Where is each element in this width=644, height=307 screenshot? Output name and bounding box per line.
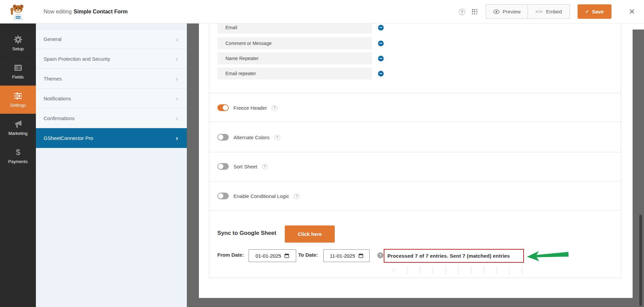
field-label: Comment or Message — [217, 37, 372, 49]
calendar-icon — [284, 253, 289, 258]
freeze-header-row: Freeze Header ? — [217, 104, 277, 112]
section-divider — [209, 181, 621, 182]
save-button[interactable]: ✓ Save — [578, 4, 611, 19]
settings-menu-item-notifications[interactable]: Notifications › — [36, 89, 187, 108]
svg-text:$: $ — [16, 148, 20, 157]
from-date-input[interactable]: 01-01-2025 — [249, 249, 296, 262]
to-date-value: 11-01-2025 — [330, 253, 355, 259]
settings-menu-item-general[interactable]: General › — [36, 29, 187, 49]
preview-label: Preview — [503, 9, 521, 14]
settings-menu: General › Spam Protection and Security ›… — [36, 23, 187, 307]
megaphone-icon — [14, 120, 22, 129]
section-divider — [209, 121, 621, 122]
nav-label: Settings — [10, 103, 26, 108]
chevron-right-icon: › — [176, 135, 178, 141]
field-label: Name Repeater — [217, 52, 372, 64]
eye-icon — [493, 9, 500, 14]
bear-mascot-icon — [9, 2, 27, 21]
embed-button[interactable]: </> Embed — [528, 4, 570, 19]
settings-menu-item-confirmations[interactable]: Confirmations › — [36, 108, 187, 128]
settings-menu-item-gsheetconnector-pro[interactable]: GSheetConnector Pro › — [36, 128, 187, 148]
nav-item-setup[interactable]: Setup — [0, 29, 36, 57]
field-label: Email — [217, 23, 372, 34]
from-date-value: 01-01-2025 — [256, 253, 281, 259]
menu-label: GSheetConnector Pro — [44, 135, 93, 141]
alternate-colors-row: Alternate Colors ? — [217, 133, 280, 141]
builder-nav-sidebar: Setup Fields — [0, 23, 36, 307]
remove-field-icon[interactable] — [378, 71, 384, 76]
preview-button[interactable]: Preview — [486, 4, 528, 19]
toggle-label: Alternate Colors — [233, 135, 270, 140]
nav-label: Payments — [8, 159, 28, 164]
page-title: Now editing Simple Contact Form — [44, 0, 128, 23]
nav-label: Marketing — [8, 131, 28, 136]
check-icon: ✓ — [585, 9, 589, 14]
help-icon[interactable]: ? — [274, 135, 280, 140]
section-divider — [209, 93, 621, 93]
menu-label: Spam Protection and Security — [44, 56, 110, 62]
wpforms-logo — [0, 0, 36, 23]
chevron-right-icon: › — [176, 95, 178, 102]
field-row: Name Repeater — [217, 52, 384, 64]
help-icon[interactable]: ? — [272, 105, 277, 111]
embed-label: Embed — [546, 9, 562, 14]
help-icon[interactable]: ? — [459, 9, 465, 15]
nav-item-settings[interactable]: Settings — [0, 86, 36, 114]
help-icon[interactable]: ? — [294, 193, 300, 199]
toggle-label: Enable Conditional Logic — [233, 193, 289, 199]
chevron-right-icon: › — [176, 36, 178, 43]
save-label: Save — [592, 9, 604, 14]
remove-field-icon[interactable] — [378, 25, 384, 31]
content-backdrop: Email Comment or Message Name Repeater E… — [187, 23, 644, 307]
code-icon: </> — [536, 9, 543, 14]
close-builder-icon[interactable]: ✕ — [628, 8, 636, 16]
gear-icon — [14, 35, 22, 44]
nav-item-marketing[interactable]: Marketing — [0, 114, 36, 142]
field-label: Email repeater — [217, 67, 372, 80]
section-divider — [209, 152, 621, 152]
to-date-input[interactable]: 11-01-2025 — [323, 249, 370, 262]
remove-field-icon[interactable] — [378, 56, 384, 61]
toggle-label: Sort Sheet — [233, 164, 257, 169]
sliders-icon — [13, 92, 22, 100]
calendar-icon — [359, 253, 363, 258]
page-scrollbar[interactable] — [639, 215, 642, 306]
settings-menu-item-spam-protection[interactable]: Spam Protection and Security › — [36, 49, 187, 69]
field-row: Email repeater — [217, 67, 384, 80]
field-row: Comment or Message — [217, 37, 384, 49]
from-date-label: From Date: — [217, 252, 244, 258]
menu-label: Notifications — [44, 96, 71, 101]
form-name: Simple Contact Form — [74, 9, 128, 15]
top-toolbar: Now editing Simple Contact Form ? Previe… — [0, 0, 644, 23]
form-fields-icon — [14, 63, 22, 72]
chevron-right-icon: › — [176, 75, 178, 82]
freeze-header-toggle[interactable] — [217, 104, 229, 111]
nav-item-payments[interactable]: $ Payments — [0, 142, 36, 170]
sort-sheet-row: Sort Sheet ? — [217, 162, 268, 170]
section-divider — [209, 210, 621, 211]
sort-sheet-toggle[interactable] — [217, 163, 229, 170]
sync-click-here-button[interactable]: Click here — [285, 225, 335, 243]
gsheet-settings-panel: Email Comment or Message Name Repeater E… — [199, 23, 633, 298]
sync-to-google-sheet-label: Sync to Google Sheet — [217, 230, 276, 237]
gsheet-settings-box: Email Comment or Message Name Repeater E… — [209, 23, 621, 278]
conditional-logic-toggle[interactable] — [217, 193, 229, 199]
sync-help-icon[interactable]: ? — [377, 252, 383, 258]
to-date-label: To Date: — [298, 252, 318, 258]
alternate-colors-toggle[interactable] — [217, 134, 229, 141]
menu-label: Themes — [44, 76, 62, 82]
panel-corner — [633, 23, 644, 30]
field-row: Email — [217, 23, 384, 34]
dollar-icon: $ — [14, 148, 22, 157]
chevron-right-icon: › — [176, 55, 178, 62]
apps-grid-icon[interactable] — [472, 9, 478, 15]
conditional-logic-row: Enable Conditional Logic ? — [217, 192, 300, 200]
remove-field-icon[interactable] — [378, 41, 384, 46]
menu-label: Confirmations — [44, 115, 75, 121]
settings-menu-item-themes[interactable]: Themes › — [36, 69, 187, 89]
nav-label: Setup — [12, 46, 24, 51]
nav-item-fields[interactable]: Fields — [0, 57, 36, 86]
green-arrow-annotation — [527, 249, 570, 263]
help-icon[interactable]: ? — [262, 164, 268, 169]
sync-result-message: Processed 7 of 7 entries. Sent 7 (matche… — [384, 249, 524, 263]
